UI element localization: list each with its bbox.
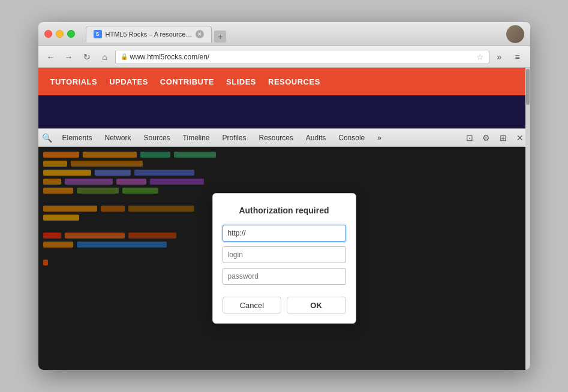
devtools-actions: ⊡ ⚙ ⊞ ✕ — [462, 131, 527, 145]
dialog-buttons: Cancel OK — [223, 297, 346, 313]
title-bar: 5 HTML5 Rocks – A resource… ✕ + — [38, 22, 530, 46]
devtools-tab-resources[interactable]: Resources — [253, 129, 300, 146]
dialog-title: Authorization required — [223, 206, 346, 215]
home-button[interactable]: ⌂ — [97, 49, 113, 65]
address-bar[interactable]: 🔒 www.html5rocks.com/en/ ☆ — [115, 50, 489, 64]
devtools-tab-profiles[interactable]: Profiles — [216, 129, 253, 146]
more-button[interactable]: » — [492, 49, 507, 65]
ok-button[interactable]: OK — [287, 297, 346, 313]
maximize-button[interactable] — [67, 30, 75, 38]
devtools-tab-bar: 🔍 Elements Network Sources Timeline Prof… — [38, 129, 530, 147]
scrollbar-thumb[interactable] — [526, 69, 530, 105]
traffic-lights — [44, 30, 75, 38]
tab-close-button[interactable]: ✕ — [196, 30, 204, 38]
devtools-content-area: Authorization required Cancel OK — [38, 147, 530, 370]
cancel-button[interactable]: Cancel — [223, 297, 282, 313]
site-nav-resources[interactable]: RESOURCES — [268, 77, 320, 86]
tab-bar: 5 HTML5 Rocks – A resource… ✕ + — [86, 26, 501, 43]
forward-button[interactable]: → — [61, 49, 77, 65]
devtools-stack-icon[interactable]: ⊡ — [462, 131, 477, 145]
site-nav-contribute[interactable]: CONTRIBUTE — [160, 77, 214, 86]
active-tab[interactable]: 5 HTML5 Rocks – A resource… ✕ — [86, 26, 212, 43]
navigation-bar: ← → ↻ ⌂ 🔒 www.html5rocks.com/en/ ☆ » ≡ — [38, 46, 530, 68]
tab-title: HTML5 Rocks – A resource… — [106, 31, 193, 38]
site-header: TUTORIALS UPDATES CONTRIBUTE SLIDES RESO… — [38, 68, 530, 95]
devtools-tab-sources[interactable]: Sources — [138, 129, 177, 146]
password-input[interactable] — [223, 268, 346, 285]
minimize-button[interactable] — [56, 30, 64, 38]
devtools-more-tabs[interactable]: » — [371, 129, 388, 146]
devtools-tab-audits[interactable]: Audits — [300, 129, 332, 146]
site-nav-slides[interactable]: SLIDES — [226, 77, 256, 86]
dialog-overlay: Authorization required Cancel OK — [38, 147, 530, 370]
site-nav-tutorials[interactable]: TUTORIALS — [50, 77, 98, 86]
login-input[interactable] — [223, 246, 346, 263]
devtools-tab-elements[interactable]: Elements — [56, 129, 99, 146]
devtools-search-icon[interactable]: 🔍 — [41, 132, 53, 144]
devtools-tab-timeline[interactable]: Timeline — [177, 129, 217, 146]
devtools-panel: 🔍 Elements Network Sources Timeline Prof… — [38, 128, 530, 370]
page-content: TUTORIALS UPDATES CONTRIBUTE SLIDES RESO… — [38, 68, 530, 370]
close-button[interactable] — [44, 30, 52, 38]
devtools-tab-network[interactable]: Network — [99, 129, 138, 146]
site-nav-updates[interactable]: UPDATES — [109, 77, 148, 86]
new-tab-button[interactable]: + — [214, 31, 226, 43]
auth-dialog: Authorization required Cancel OK — [212, 193, 356, 324]
devtools-settings-icon[interactable]: ⚙ — [479, 131, 494, 145]
devtools-tab-console[interactable]: Console — [332, 129, 371, 146]
avatar-image — [506, 25, 524, 43]
site-hero — [38, 95, 530, 128]
devtools-dock-icon[interactable]: ⊞ — [496, 131, 510, 145]
tab-favicon: 5 — [94, 30, 102, 38]
menu-button[interactable]: ≡ — [510, 49, 525, 65]
address-url: www.html5rocks.com/en/ — [130, 53, 210, 61]
bookmark-star-icon[interactable]: ☆ — [476, 52, 484, 62]
reload-button[interactable]: ↻ — [79, 49, 95, 65]
address-lock-icon: 🔒 — [121, 53, 128, 60]
profile-avatar[interactable] — [506, 25, 524, 43]
back-button[interactable]: ← — [43, 49, 59, 65]
url-input[interactable] — [223, 225, 346, 242]
browser-window: 5 HTML5 Rocks – A resource… ✕ + ← → ↻ ⌂ … — [38, 22, 530, 370]
